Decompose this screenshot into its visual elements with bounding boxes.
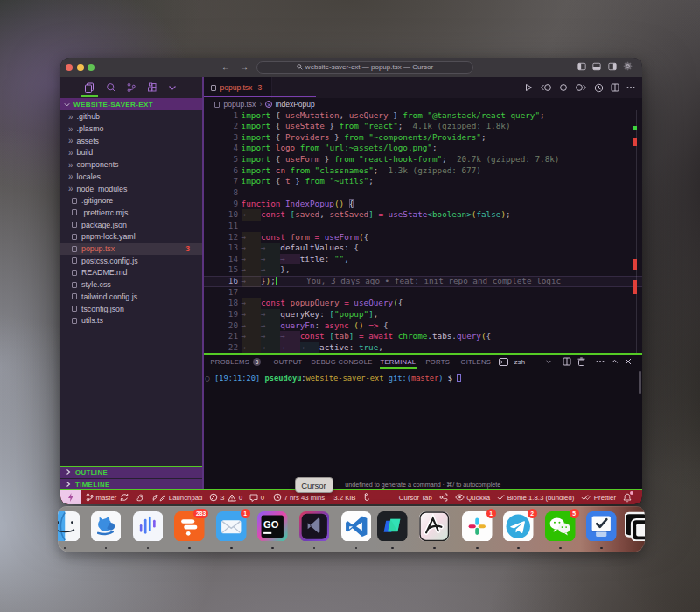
dock-icon-wechat[interactable]: 5 bbox=[545, 511, 576, 542]
back-icon[interactable]: ← bbox=[220, 62, 231, 73]
forward-icon[interactable]: → bbox=[239, 62, 249, 73]
tree-item-node_modules[interactable]: »node_modules bbox=[60, 183, 202, 195]
dock-icon-cursor[interactable] bbox=[299, 511, 330, 542]
status-sync[interactable] bbox=[120, 493, 129, 502]
code-editor[interactable]: 1import { useMutation, useQuery } from "… bbox=[204, 110, 643, 354]
activity-extensions-icon[interactable] bbox=[147, 82, 158, 93]
status-pet[interactable] bbox=[136, 493, 144, 502]
split-terminal-icon[interactable] bbox=[563, 357, 571, 366]
minimize-traffic-light[interactable] bbox=[77, 64, 84, 71]
tab-popup-tsx[interactable]: popup.tsx 3 bbox=[204, 77, 272, 98]
status-cursor-tab[interactable]: Cursor Tab bbox=[399, 494, 432, 502]
panel-tab-label: PORTS bbox=[426, 358, 451, 366]
status-quokka[interactable]: Quokka bbox=[455, 494, 490, 502]
activity-explorer-icon[interactable] bbox=[84, 82, 94, 93]
toggle-panel-icon[interactable] bbox=[592, 62, 601, 71]
toggle-primary-sidebar-icon[interactable] bbox=[578, 62, 586, 71]
status-wakatime[interactable]: 7 hrs 43 mins bbox=[273, 493, 325, 502]
panel-tab-gitlens[interactable]: GITLENS bbox=[461, 355, 492, 369]
explorer-project-header[interactable]: WEBSITE-SAVER-EXT bbox=[60, 98, 202, 110]
sidebar-section-timeline[interactable]: TIMELINE bbox=[60, 479, 202, 490]
dock-icon-things[interactable] bbox=[586, 511, 617, 542]
toggle-secondary-sidebar-icon[interactable] bbox=[608, 62, 617, 71]
tree-item-package.json[interactable]: package.json bbox=[60, 219, 202, 231]
terminal-output[interactable]: ○ [19:11:20] pseudoyu:website-saver-ext … bbox=[206, 373, 461, 384]
tree-item-popup.tsx[interactable]: popup.tsx3 bbox=[60, 243, 202, 255]
activity-source-control-icon[interactable] bbox=[126, 82, 136, 93]
tree-item-pnpm-lock.yaml[interactable]: pnpm-lock.yaml bbox=[60, 231, 202, 243]
status-branch[interactable]: master bbox=[86, 493, 116, 502]
status-remote[interactable] bbox=[60, 490, 80, 504]
dock-icon-fox-app[interactable] bbox=[91, 511, 122, 542]
more-actions-icon[interactable] bbox=[626, 86, 635, 89]
tree-item-utils.ts[interactable]: utils.ts bbox=[60, 314, 202, 327]
breadcrumb-file[interactable]: popup.tsx bbox=[224, 100, 256, 109]
tree-item-style.css[interactable]: style.css bbox=[60, 278, 202, 291]
tree-item-postcss.config.js[interactable]: postcss.config.js bbox=[60, 255, 202, 267]
new-terminal-icon[interactable] bbox=[531, 358, 539, 366]
tree-item-tsconfig.json[interactable]: tsconfig.json bbox=[60, 303, 202, 315]
dock-icon-telegram[interactable]: 2 bbox=[503, 511, 534, 542]
tree-item-build[interactable]: »build bbox=[60, 147, 202, 159]
close-panel-icon[interactable] bbox=[625, 358, 632, 365]
sidebar-section-outline[interactable]: OUTLINE bbox=[60, 467, 202, 478]
zoom-traffic-light[interactable] bbox=[88, 64, 94, 71]
dock-icon-mail[interactable]: 1 bbox=[216, 511, 247, 542]
tree-item-tailwind.config.js[interactable]: tailwind.config.js bbox=[60, 291, 202, 303]
tree-item-README.md[interactable]: README.md bbox=[60, 267, 202, 279]
dock-icon-slack[interactable]: 1 bbox=[462, 511, 493, 542]
dock-icon-vscode[interactable] bbox=[341, 511, 372, 542]
command-center-search[interactable]: website-saver-ext — popup.tsx — Cursor bbox=[256, 61, 473, 74]
status-share[interactable] bbox=[439, 493, 448, 502]
tree-item-.github[interactable]: ».github bbox=[60, 111, 202, 123]
tree-item-.plasmo[interactable]: ».plasmo bbox=[60, 123, 202, 135]
kill-terminal-icon[interactable] bbox=[578, 357, 585, 366]
dock-icon-windows-app[interactable] bbox=[625, 511, 645, 542]
panel-tab-output[interactable]: OUTPUT bbox=[274, 355, 303, 369]
status-warnings[interactable]: 0 bbox=[228, 494, 242, 502]
run-button[interactable] bbox=[524, 83, 533, 92]
status-hook[interactable] bbox=[363, 493, 369, 502]
tree-item-.prettierrc.mjs[interactable]: .prettierrc.mjs bbox=[60, 207, 202, 219]
dock-icon-sketch-app[interactable] bbox=[419, 511, 450, 542]
tree-item-locales[interactable]: »locales bbox=[60, 171, 202, 183]
maximize-panel-icon[interactable] bbox=[611, 359, 619, 364]
panel-tab-debug-console[interactable]: DEBUG CONSOLE bbox=[312, 355, 373, 369]
activity-more-icon[interactable] bbox=[167, 82, 178, 93]
dock-icon-warp-app[interactable] bbox=[377, 511, 408, 542]
nav-back-icon[interactable] bbox=[540, 83, 552, 92]
code-line-21: 21→ → → const [tab] = await chrome.tabs.… bbox=[204, 331, 643, 342]
code-line-12: 12→ const form = useForm({ bbox=[204, 232, 643, 243]
close-traffic-light[interactable] bbox=[66, 64, 73, 71]
settings-gear-icon[interactable] bbox=[623, 61, 633, 71]
shell-label[interactable]: zsh bbox=[514, 358, 525, 366]
code-text: → const form = useForm({ bbox=[242, 232, 369, 243]
terminal-scrollbar[interactable] bbox=[639, 371, 641, 394]
tree-item-components[interactable]: »components bbox=[60, 158, 202, 171]
dock-icon-audio-app[interactable] bbox=[133, 511, 164, 542]
panel-more2-icon[interactable] bbox=[596, 360, 605, 363]
split-editor-icon[interactable] bbox=[611, 83, 620, 92]
tree-item-assets[interactable]: »assets bbox=[60, 135, 202, 147]
dock-icon-reader-app[interactable]: 283 bbox=[174, 511, 205, 542]
breadcrumb[interactable]: popup.tsx › ✕ IndexPopup bbox=[204, 98, 643, 110]
breadcrumb-symbol[interactable]: IndexPopup bbox=[275, 100, 314, 109]
activity-search-icon[interactable] bbox=[106, 82, 116, 93]
dock-icon-finder[interactable] bbox=[58, 511, 80, 542]
nav-circle-icon[interactable] bbox=[559, 83, 568, 92]
panel-tab-problems[interactable]: PROBLEMS3 bbox=[211, 355, 262, 369]
status-prettier[interactable]: Prettier bbox=[581, 494, 616, 502]
status-bell[interactable] bbox=[623, 493, 632, 503]
nav-forward-icon[interactable] bbox=[575, 83, 587, 92]
terminal-dropdown-icon[interactable] bbox=[545, 358, 552, 365]
status-launchpad[interactable]: Launchpad bbox=[151, 493, 202, 502]
dock-icon-goland[interactable]: GO bbox=[257, 511, 288, 542]
status-errors[interactable]: 3 bbox=[209, 493, 224, 502]
tree-item-.gitignore[interactable]: .gitignore bbox=[60, 194, 202, 207]
status-biome[interactable]: Biome 1.8.3 (bundled) bbox=[497, 494, 574, 502]
status-filesize[interactable]: 3.2 KiB bbox=[333, 494, 355, 502]
status-feedback[interactable]: 0 bbox=[249, 494, 264, 502]
timeline-icon[interactable] bbox=[594, 83, 604, 93]
panel-tab-ports[interactable]: PORTS bbox=[426, 355, 451, 369]
syntax-token: → bbox=[261, 342, 280, 354]
